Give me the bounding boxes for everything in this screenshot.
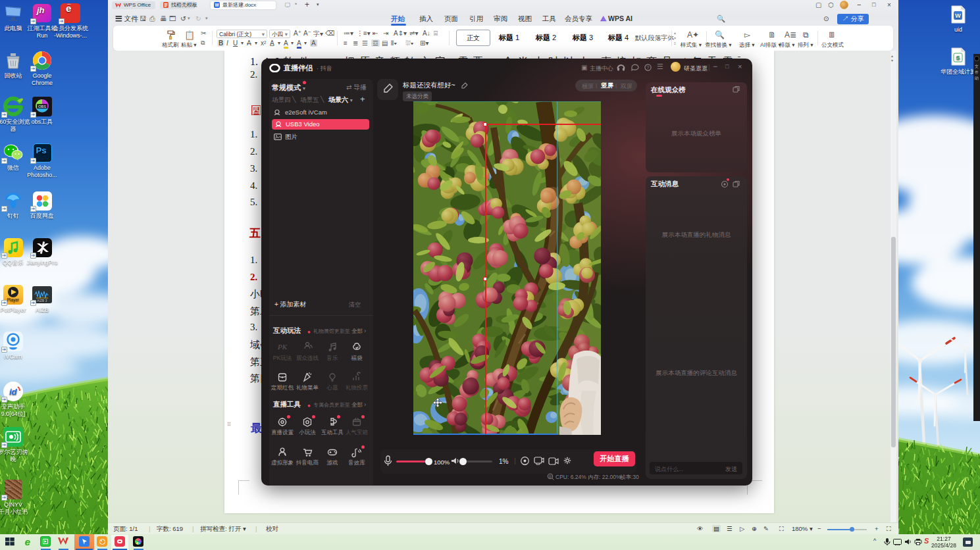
svg-text:W: W — [215, 3, 219, 7]
svg-text:AIZB 3: AIZB 3 — [37, 299, 47, 303]
svg-text:id: id — [9, 387, 18, 397]
svg-text:?: ? — [647, 65, 650, 70]
svg-text:Player: Player — [7, 297, 20, 303]
svg-text:S: S — [956, 55, 960, 61]
svg-text:@: @ — [548, 474, 552, 478]
svg-text:W: W — [955, 12, 961, 19]
svg-text:OBS: OBS — [38, 105, 46, 109]
svg-text:PK: PK — [277, 343, 288, 351]
